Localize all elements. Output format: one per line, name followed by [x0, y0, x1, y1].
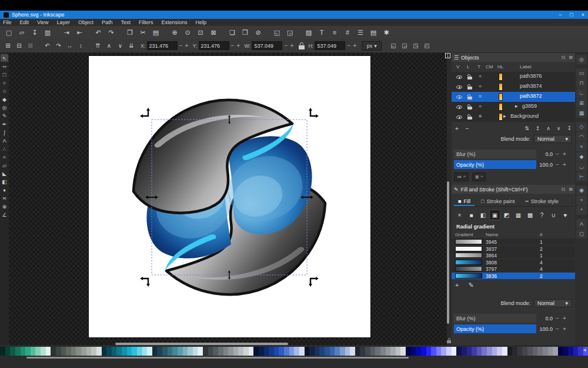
objects-blend-dropdown[interactable]: Normal▾ — [534, 135, 572, 143]
palette-swatch[interactable] — [35, 347, 41, 356]
zoom-to-page-button[interactable]: ⊡ — [194, 27, 207, 38]
fill-stroke-opacity-slider[interactable]: Opacity (%) — [454, 324, 536, 333]
palette-swatch[interactable] — [305, 347, 310, 356]
palette-swatch[interactable] — [375, 347, 380, 356]
palette-swatch[interactable] — [446, 347, 452, 356]
palette-swatch[interactable] — [380, 347, 386, 356]
palette-swatch[interactable] — [543, 347, 548, 356]
palette-swatch[interactable] — [309, 347, 315, 356]
tab-fill[interactable]: ■Fill — [454, 197, 475, 206]
palette-swatch[interactable] — [436, 347, 442, 356]
lock-icon[interactable] — [467, 104, 472, 110]
object-row-g3859[interactable]: =▸g3859 — [452, 102, 575, 112]
spray-tool[interactable]: ∴ — [1, 145, 8, 152]
palette-swatch[interactable] — [0, 347, 5, 356]
node-tool[interactable]: ∾ — [1, 62, 8, 70]
maximize-button[interactable]: □ — [570, 12, 573, 18]
tab-stroke-paint[interactable]: □Stroke paint — [477, 197, 519, 206]
canvas-horizontal-scrollbar[interactable] — [115, 343, 288, 345]
paint-swatch-button[interactable]: ▩ — [524, 210, 536, 220]
print-button[interactable]: ▥ — [41, 27, 54, 38]
lock-icon[interactable] — [467, 114, 472, 120]
palette-swatch[interactable] — [512, 347, 517, 356]
palette-swatch[interactable] — [41, 347, 46, 356]
paint-unknown-button[interactable]: ? — [536, 210, 547, 220]
palette-swatch[interactable] — [431, 347, 436, 356]
palette-swatch[interactable] — [10, 347, 15, 356]
visibility-eye-icon[interactable] — [456, 115, 462, 119]
close-button[interactable]: ⊠ — [569, 187, 573, 192]
object-row-path3874[interactable]: =path3874 — [452, 82, 575, 92]
palette-swatch[interactable] — [269, 347, 274, 356]
menu-edit[interactable]: Edit — [20, 19, 29, 25]
menu-object[interactable]: Object — [78, 19, 93, 25]
menu-file[interactable]: File — [3, 19, 12, 25]
object-row-path3872[interactable]: =path3872 — [452, 92, 575, 102]
palette-scroll-left-icon[interactable]: ◄ — [582, 347, 587, 353]
objects-opacity-slider[interactable]: Opacity (%) — [454, 160, 536, 169]
gradient-row-3797[interactable]: 37974 — [452, 266, 575, 272]
highlight-color-swatch[interactable] — [499, 103, 503, 111]
snap-global-toggle[interactable]: ◎ — [576, 55, 587, 64]
palette-swatch[interactable] — [223, 347, 229, 356]
palette-swatch[interactable] — [335, 347, 340, 356]
palette-swatch[interactable] — [537, 347, 543, 356]
affect-pattern-toggle[interactable]: ◰ — [421, 41, 432, 51]
palette-swatch[interactable] — [315, 347, 320, 356]
palette-swatch[interactable] — [51, 347, 56, 356]
object-row-Background[interactable]: ≡▸Background — [452, 112, 575, 122]
x-increment[interactable]: + — [185, 42, 189, 49]
menu-view[interactable]: View — [37, 19, 48, 25]
objects-blur-increment[interactable]: + — [561, 151, 568, 157]
gradient-row-3836[interactable]: 38362 — [452, 273, 575, 279]
flip-horizontal-button[interactable]: ↔ — [64, 41, 75, 51]
palette-swatch[interactable] — [299, 347, 305, 356]
palette-swatch[interactable] — [162, 347, 168, 356]
palette-swatch[interactable] — [127, 347, 132, 356]
palette-swatch[interactable] — [264, 347, 269, 356]
palette-swatch[interactable] — [218, 347, 223, 356]
fill-stroke-opacity-increment[interactable]: + — [561, 326, 568, 332]
lower-to-bottom-button[interactable]: ⇊ — [126, 41, 137, 51]
edit-gradient-button[interactable]: ✎ — [468, 281, 473, 289]
x-input[interactable]: 231.476 — [147, 41, 178, 50]
document-properties-button[interactable]: ▤ — [367, 27, 380, 38]
expander-icon[interactable]: ▸ — [503, 113, 506, 119]
palette-swatch[interactable] — [456, 347, 462, 356]
palette-swatch[interactable] — [553, 347, 558, 356]
palette-swatch[interactable] — [421, 347, 426, 356]
open-document-button[interactable]: ▱ — [15, 27, 28, 38]
unit-dropdown[interactable]: px▾ — [362, 41, 382, 51]
palette-swatch[interactable] — [370, 347, 376, 356]
w-increment[interactable]: + — [289, 42, 294, 49]
palette-swatch[interactable] — [294, 347, 299, 356]
palette-swatch[interactable] — [157, 347, 162, 356]
palette-swatch[interactable] — [360, 347, 365, 356]
palette-swatch[interactable] — [527, 347, 533, 356]
palette-swatch[interactable] — [390, 347, 396, 356]
palette-swatch[interactable] — [102, 347, 107, 356]
snap-others-toggle[interactable]: ◉ — [576, 185, 587, 195]
y-input[interactable]: 231.476 — [199, 41, 229, 50]
menu-extensions[interactable]: Extensions — [161, 19, 187, 25]
palette-swatch[interactable] — [172, 347, 178, 356]
object-row-path3876[interactable]: =path3876 — [452, 72, 575, 82]
palette-swatch[interactable] — [81, 347, 86, 356]
menu-layer[interactable]: Layer — [56, 19, 70, 25]
palette-swatch[interactable] — [396, 347, 401, 356]
palette-swatch[interactable] — [441, 347, 446, 356]
palette-swatch[interactable] — [497, 347, 502, 356]
highlight-color-swatch[interactable] — [499, 93, 503, 101]
select-all-button[interactable]: ⊞ — [2, 41, 14, 51]
lock-icon[interactable] — [467, 94, 472, 100]
palette-swatch[interactable] — [188, 347, 193, 356]
palette-swatch[interactable] — [522, 347, 527, 356]
snap-bbox-edges-toggle[interactable]: ⊓ — [576, 78, 587, 88]
menu-text[interactable]: Text — [121, 19, 131, 25]
tweak-tool[interactable]: ≈ — [1, 153, 8, 161]
fill-stroke-opacity-decrement[interactable]: − — [554, 326, 561, 332]
palette-swatch[interactable] — [426, 347, 432, 356]
h-input[interactable]: 537.049 — [315, 41, 345, 50]
paint-heart-button[interactable]: ♥ — [560, 210, 571, 220]
snap-paths-toggle[interactable]: ◠ — [576, 132, 587, 141]
